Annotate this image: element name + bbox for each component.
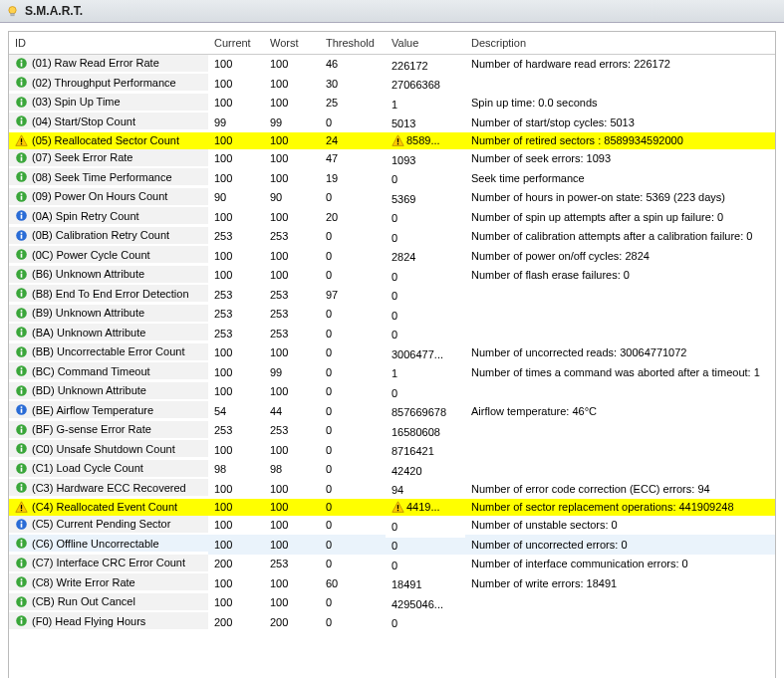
- info-green-icon: [15, 170, 28, 183]
- cell-description: [465, 460, 775, 480]
- cell-description: Number of hardware read errors: 226172: [465, 54, 775, 74]
- col-threshold[interactable]: Threshold: [320, 32, 386, 54]
- cell-description: Number of interface communication errors…: [465, 555, 775, 574]
- value-text: 16580608: [392, 426, 440, 438]
- cell-current: 98: [208, 460, 264, 480]
- cell-threshold: 0: [320, 324, 386, 343]
- table-row[interactable]: (09) Power On Hours Count909005369Number…: [9, 188, 775, 208]
- cell-worst: 253: [264, 324, 320, 343]
- table-row[interactable]: (C3) Hardware ECC Recovered100100094Numb…: [9, 479, 775, 499]
- col-description[interactable]: Description: [465, 32, 775, 54]
- cell-value: 0: [386, 538, 465, 555]
- table-row[interactable]: (05) Reallocated Sector Count10010024858…: [9, 132, 775, 149]
- cell-threshold: 0: [320, 479, 386, 499]
- title-bar: S.M.A.R.T.: [0, 0, 784, 23]
- table-row[interactable]: (C6) Offline Uncorrectable10010000Number…: [9, 535, 775, 555]
- value-text: 0: [392, 212, 397, 224]
- cell-id: (C6) Offline Uncorrectable: [9, 535, 208, 552]
- value-text: 226172: [392, 60, 428, 72]
- cell-description: Number of start/stop cycles: 5013: [465, 113, 775, 132]
- table-row[interactable]: (C5) Current Pending Sector10010000Numbe…: [9, 516, 775, 536]
- id-text: (BF) G-sense Error Rate: [32, 423, 151, 435]
- col-id[interactable]: ID: [9, 32, 208, 54]
- table-row[interactable]: (BD) Unknown Attribute10010000: [9, 382, 775, 402]
- cell-description: Airflow temperature: 46°C: [465, 401, 775, 421]
- cell-threshold: 46: [320, 54, 386, 74]
- value-text: 0: [392, 540, 397, 552]
- table-header-row[interactable]: ID Current Worst Threshold Value Descrip…: [9, 32, 775, 54]
- table-row[interactable]: (C1) Load Cycle Count9898042420: [9, 460, 775, 480]
- cell-value: 1: [386, 96, 465, 113]
- table-row[interactable]: (F0) Head Flying Hours20020000: [9, 612, 775, 632]
- cell-threshold: 0: [320, 343, 386, 363]
- info-green-icon: [15, 151, 28, 164]
- table-row[interactable]: (C0) Unsafe Shutdown Count10010008716421: [9, 440, 775, 460]
- table-row[interactable]: (BA) Unknown Attribute25325300: [9, 324, 775, 343]
- cell-worst: 100: [264, 149, 320, 169]
- id-text: (C5) Current Pending Sector: [32, 518, 170, 530]
- value-text: 8589...: [406, 134, 440, 146]
- table-row[interactable]: (08) Seek Time Performance100100190Seek …: [9, 168, 775, 188]
- cell-current: 100: [208, 94, 264, 113]
- info-blue-icon: [15, 229, 28, 242]
- col-worst[interactable]: Worst: [264, 32, 320, 54]
- cell-id: (BB) Uncorrectable Error Count: [9, 343, 208, 360]
- cell-worst: 253: [264, 421, 320, 441]
- cell-current: 100: [208, 479, 264, 499]
- cell-description: [465, 421, 775, 441]
- table-row[interactable]: (0C) Power Cycle Count10010002824Number …: [9, 246, 775, 266]
- cell-description: [465, 74, 775, 94]
- bulb-icon: [6, 5, 19, 18]
- cell-value: 857669678: [386, 404, 465, 421]
- cell-description: Number of sector replacement operations:…: [465, 499, 775, 516]
- table-row[interactable]: (C8) Write Error Rate1001006018491Number…: [9, 573, 775, 593]
- smart-table-panel: ID Current Worst Threshold Value Descrip…: [8, 31, 776, 678]
- table-row[interactable]: (BB) Uncorrectable Error Count1001000300…: [9, 343, 775, 363]
- table-row[interactable]: (0B) Calibration Retry Count25325300Numb…: [9, 227, 775, 247]
- table-row[interactable]: (04) Start/Stop Count999905013Number of …: [9, 113, 775, 132]
- id-text: (B8) End To End Error Detection: [32, 288, 189, 300]
- id-text: (F0) Head Flying Hours: [32, 615, 145, 627]
- cell-description: Seek time performance: [465, 168, 775, 188]
- cell-worst: 253: [264, 555, 320, 574]
- cell-threshold: 0: [320, 113, 386, 132]
- table-row[interactable]: (BE) Airflow Temperature54440857669678Ai…: [9, 401, 775, 421]
- table-row[interactable]: (C7) Interface CRC Error Count20025300Nu…: [9, 555, 775, 574]
- table-row[interactable]: (03) Spin Up Time100100251Spin up time: …: [9, 94, 775, 113]
- col-value[interactable]: Value: [386, 32, 465, 54]
- table-row[interactable]: (02) Throughput Performance1001003027066…: [9, 74, 775, 94]
- cell-value: 0: [386, 615, 465, 632]
- table-row[interactable]: (BF) G-sense Error Rate253253016580608: [9, 421, 775, 441]
- info-green-icon: [15, 345, 28, 358]
- table-row[interactable]: (B6) Unknown Attribute10010000Number of …: [9, 266, 775, 286]
- table-row[interactable]: (0A) Spin Retry Count100100200Number of …: [9, 207, 775, 227]
- cell-current: 54: [208, 401, 264, 421]
- cell-id: (C5) Current Pending Sector: [9, 516, 208, 533]
- table-row[interactable]: (CB) Run Out Cancel10010004295046...: [9, 593, 775, 613]
- cell-threshold: 0: [320, 188, 386, 208]
- cell-worst: 98: [264, 460, 320, 480]
- cell-worst: 90: [264, 188, 320, 208]
- cell-description: Number of retired sectors : 858993459200…: [465, 132, 775, 149]
- cell-id: (F0) Head Flying Hours: [9, 612, 208, 629]
- table-row[interactable]: (C4) Reallocated Event Count10010004419.…: [9, 499, 775, 516]
- table-row[interactable]: (BC) Command Timeout1009901Number of tim…: [9, 362, 775, 382]
- cell-threshold: 97: [320, 285, 386, 305]
- id-text: (07) Seek Error Rate: [32, 151, 132, 163]
- value-text: 0: [392, 329, 397, 340]
- id-text: (C0) Unsafe Shutdown Count: [32, 443, 175, 455]
- cell-worst: 100: [264, 535, 320, 555]
- table-row[interactable]: (01) Raw Read Error Rate10010046226172Nu…: [9, 54, 775, 74]
- table-row[interactable]: (B8) End To End Error Detection253253970: [9, 285, 775, 305]
- id-text: (C4) Reallocated Event Count: [32, 501, 177, 513]
- cell-current: 100: [208, 343, 264, 363]
- cell-description: Number of spin up attempts after a spin …: [465, 207, 775, 227]
- table-row[interactable]: (07) Seek Error Rate100100471093Number o…: [9, 149, 775, 169]
- cell-threshold: 0: [320, 246, 386, 266]
- cell-threshold: 0: [320, 516, 386, 536]
- col-current[interactable]: Current: [208, 32, 264, 54]
- id-text: (CB) Run Out Cancel: [32, 595, 135, 607]
- info-green-icon: [15, 364, 28, 377]
- warn-icon: [392, 501, 404, 514]
- table-row[interactable]: (B9) Unknown Attribute25325300: [9, 305, 775, 325]
